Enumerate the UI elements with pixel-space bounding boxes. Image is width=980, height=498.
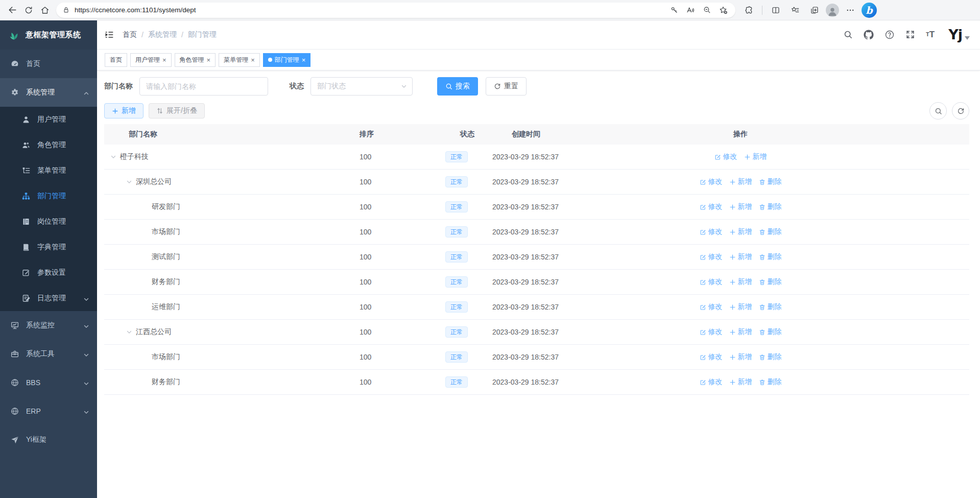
edit-row-link[interactable]: 修改 (700, 202, 723, 211)
tab-1[interactable]: 用户管理× (130, 53, 172, 67)
sidebar-item-3[interactable]: 系统工具 (0, 340, 97, 368)
favorites-bar-icon[interactable] (787, 3, 803, 18)
split-screen-icon[interactable] (768, 3, 784, 18)
edit-row-link[interactable]: 修改 (700, 377, 723, 387)
tabs-bar: 首页用户管理×角色管理×菜单管理×部门管理× (97, 50, 980, 70)
sidebar-item-label: 岗位管理 (37, 217, 66, 226)
op-label: 修改 (708, 377, 723, 387)
delete-row-link[interactable]: 删除 (759, 327, 782, 337)
status-select[interactable]: 部门状态 (310, 77, 413, 96)
extensions-icon[interactable] (740, 3, 757, 18)
add-child-link[interactable]: 新增 (729, 327, 752, 337)
dept-name-input[interactable] (139, 77, 268, 96)
github-icon[interactable] (864, 30, 874, 40)
delete-row-link[interactable]: 删除 (759, 252, 782, 262)
edit-row-link[interactable]: 修改 (700, 227, 723, 236)
edit-row-link[interactable]: 修改 (700, 352, 723, 362)
delete-row-link[interactable]: 删除 (759, 177, 782, 186)
sidebar-item-1-6[interactable]: 参数设置 (0, 260, 97, 286)
edit-row-link[interactable]: 修改 (700, 277, 723, 287)
dept-name-cell: 橙子科技 (104, 152, 357, 161)
add-child-link[interactable]: 新增 (729, 177, 752, 186)
sidebar-item-1-2[interactable]: 菜单管理 (0, 158, 97, 183)
sidebar-item-2[interactable]: 系统监控 (0, 311, 97, 340)
op-label: 新增 (738, 202, 752, 211)
edit-row-link[interactable]: 修改 (700, 177, 723, 186)
edit-row-link[interactable]: 修改 (714, 152, 737, 161)
close-tab-icon[interactable]: × (251, 57, 255, 63)
expand-row-icon[interactable] (110, 154, 116, 160)
sidebar-item-5[interactable]: ERP (0, 397, 97, 425)
browser-menu-icon[interactable] (842, 3, 858, 18)
sidebar-item-1-7[interactable]: 日志管理 (0, 286, 97, 311)
help-icon[interactable] (885, 30, 895, 40)
edit-row-link[interactable]: 修改 (700, 252, 723, 262)
add-child-link[interactable]: 新增 (729, 252, 752, 262)
sidebar-item-4[interactable]: BBS (0, 368, 97, 397)
reset-button[interactable]: 重置 (486, 77, 527, 96)
tab-0[interactable]: 首页 (105, 53, 127, 67)
tab-4[interactable]: 部门管理× (263, 53, 311, 67)
close-tab-icon[interactable]: × (207, 57, 211, 63)
password-key-icon[interactable] (667, 3, 681, 18)
show-search-toggle-button[interactable] (929, 102, 947, 120)
edit-row-link[interactable]: 修改 (700, 302, 723, 312)
add-child-link[interactable]: 新增 (729, 352, 752, 362)
header-search-icon[interactable] (843, 30, 853, 39)
op-label: 新增 (753, 152, 767, 161)
sidebar-item-1[interactable]: 系统管理 (0, 78, 97, 107)
close-tab-icon[interactable]: × (302, 57, 306, 63)
collections-icon[interactable] (806, 3, 823, 18)
fullscreen-icon[interactable] (905, 30, 915, 39)
delete-row-link[interactable]: 删除 (759, 277, 782, 287)
refresh-table-button[interactable] (952, 102, 969, 120)
delete-row-link[interactable]: 删除 (759, 302, 782, 312)
add-icon (729, 329, 736, 336)
zoom-out-icon[interactable] (700, 3, 714, 18)
tab-2[interactable]: 角色管理× (175, 53, 216, 67)
user-menu[interactable]: Yj (948, 29, 970, 41)
close-tab-icon[interactable]: × (162, 57, 166, 63)
font-size-icon[interactable]: TT (926, 30, 935, 39)
sidebar-item-1-1[interactable]: 角色管理 (0, 132, 97, 158)
read-aloud-icon[interactable] (683, 3, 698, 18)
breadcrumb-item-0[interactable]: 首页 (123, 30, 137, 39)
add-dept-button[interactable]: 新增 (104, 103, 144, 118)
globe-icon (10, 378, 19, 387)
delete-row-link[interactable]: 删除 (759, 377, 782, 387)
browser-back-button[interactable] (4, 3, 20, 18)
sidebar-collapse-icon[interactable] (104, 30, 114, 40)
delete-row-link[interactable]: 删除 (759, 202, 782, 211)
favorite-add-icon[interactable] (716, 3, 730, 18)
browser-profile-avatar[interactable] (826, 4, 839, 17)
add-child-link[interactable]: 新增 (729, 277, 752, 287)
delete-row-link[interactable]: 删除 (759, 227, 782, 236)
add-child-link[interactable]: 新增 (744, 152, 767, 161)
browser-home-button[interactable] (37, 3, 53, 18)
add-child-link[interactable]: 新增 (729, 202, 752, 211)
sidebar-item-1-4[interactable]: 岗位管理 (0, 209, 97, 234)
sidebar-item-1-5[interactable]: 字典管理 (0, 234, 97, 260)
expand-row-icon[interactable] (126, 179, 132, 185)
edit-row-link[interactable]: 修改 (700, 327, 723, 337)
add-child-link[interactable]: 新增 (729, 227, 752, 236)
sidebar-item-label: 角色管理 (37, 140, 66, 150)
tab-3[interactable]: 菜单管理× (219, 53, 260, 67)
sidebar-item-1-3[interactable]: 部门管理 (0, 183, 97, 209)
order-cell: 100 (357, 328, 444, 336)
users-icon (21, 140, 31, 150)
add-child-link[interactable]: 新增 (729, 377, 752, 387)
search-button[interactable]: 搜索 (437, 77, 478, 96)
browser-refresh-button[interactable] (20, 3, 37, 18)
delete-row-link[interactable]: 删除 (759, 352, 782, 362)
expand-collapse-button[interactable]: 展开/折叠 (149, 103, 205, 118)
add-icon (729, 204, 736, 210)
add-child-link[interactable]: 新增 (729, 302, 752, 312)
op-label: 新增 (738, 327, 752, 337)
sidebar-item-1-0[interactable]: 用户管理 (0, 107, 97, 132)
sidebar-item-6[interactable]: Yi框架 (0, 425, 97, 454)
address-bar[interactable]: https://ccnetcore.com:1101/system/dept (56, 3, 735, 18)
expand-row-icon[interactable] (126, 329, 132, 335)
sidebar-item-0[interactable]: 首页 (0, 50, 97, 78)
bing-chat-icon[interactable]: b (862, 3, 877, 18)
